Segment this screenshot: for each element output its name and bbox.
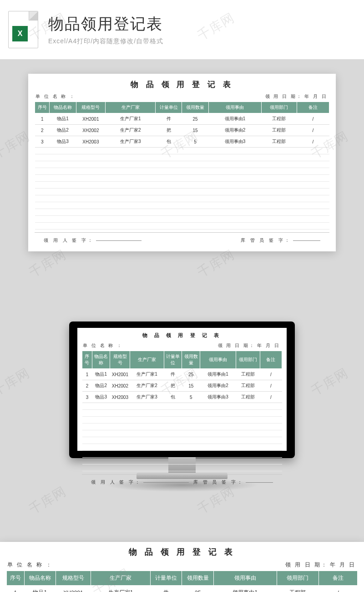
- table-row-empty: [82, 430, 282, 437]
- col-name: 物品名称: [92, 351, 110, 369]
- table-row-empty: [35, 182, 329, 189]
- cell-name: 物品1: [50, 113, 76, 125]
- col-note: 备注: [297, 102, 329, 113]
- table-row-empty: [82, 437, 282, 444]
- cell-model: XH2001: [76, 113, 106, 125]
- col-reason: 领用事由: [213, 571, 277, 586]
- cell-maker: 生产厂家1: [106, 113, 156, 125]
- cell-name: 物品3: [92, 392, 110, 403]
- table-row: 3物品3XH2003生产厂家3包5领用事由3工程部/: [82, 392, 282, 403]
- cell-reason: 领用事由2: [200, 380, 236, 392]
- sheet-title: 物 品 领 用 登 记 表: [6, 545, 358, 560]
- cell-maker: 生产厂家2: [130, 380, 164, 392]
- col-model: 规格型号: [110, 351, 130, 369]
- table-row: 2物品2XH2002生产厂家2把15领用事由2工程部/: [35, 125, 329, 136]
- col-dept: 领用部门: [277, 571, 319, 586]
- col-seq: 序号: [7, 571, 25, 586]
- receiver-sign-label: 领 用 人 签 字：: [91, 479, 189, 485]
- watermark: 千库网: [0, 364, 33, 400]
- unit-name-label: 单 位 名 称 ：: [35, 93, 76, 100]
- signature-row: 领 用 人 签 字：库 管 员 签 字：: [82, 474, 282, 485]
- cell-unit: 件: [164, 369, 182, 380]
- cell-dept: 工程部: [262, 136, 297, 148]
- cell-qty: 5: [182, 136, 208, 148]
- col-reason: 领用事由: [200, 351, 236, 369]
- table-row-empty: [82, 417, 282, 424]
- cell-maker: 生产厂家1: [91, 586, 151, 592]
- items-table: 序号物品名称规格型号生产厂家计量单位领用数量领用事由领用部门备注1物品1XH20…: [82, 351, 282, 471]
- watermark: 千库网: [308, 364, 352, 400]
- cell-dept: 工程部: [236, 380, 260, 392]
- hero-header: X 物品领用登记表 Excel/A4打印/内容随意修改/自带格式: [0, 0, 364, 59]
- cell-dept: 工程部: [262, 113, 297, 125]
- cell-seq: 3: [35, 136, 50, 148]
- table-row-empty: [35, 223, 329, 230]
- cell-reason: 领用事由2: [208, 125, 261, 136]
- cell-unit: 件: [156, 113, 182, 125]
- sheet-title: 物 品 领 用 登 记 表: [82, 331, 282, 342]
- table-row-empty: [35, 154, 329, 161]
- col-seq: 序号: [82, 351, 92, 369]
- table-row-empty: [35, 161, 329, 168]
- signature-row: 领 用 人 签 字：库 管 员 签 字：: [35, 232, 329, 244]
- cell-note: /: [297, 113, 329, 125]
- cell-qty: 5: [182, 392, 200, 403]
- cell-name: 物品1: [24, 586, 56, 592]
- cell-unit: 件: [151, 586, 182, 592]
- cell-model: XH2003: [76, 136, 106, 148]
- cell-qty: 25: [182, 369, 200, 380]
- cell-qty: 15: [182, 125, 208, 136]
- cell-maker: 生产厂家1: [130, 369, 164, 380]
- cell-model: XH2002: [110, 380, 130, 392]
- sheet-meta-row: 单 位 名 称 ：领 用 日 期：年月日: [82, 342, 282, 351]
- cell-seq: 1: [35, 113, 50, 125]
- cell-note: /: [297, 136, 329, 148]
- table-row: 3物品3XH2003生产厂家3包5领用事由3工程部/: [35, 136, 329, 148]
- cell-reason: 领用事由1: [213, 586, 277, 592]
- cell-maker: 生产厂家3: [106, 136, 156, 148]
- cell-unit: 把: [164, 380, 182, 392]
- excel-file-icon: X: [8, 11, 38, 48]
- cell-seq: 2: [35, 125, 50, 136]
- col-dept: 领用部门: [236, 351, 260, 369]
- table-row: 1物品1XH2001生产厂家1件25领用事由1工程部/: [82, 369, 282, 380]
- table-row: 2物品2XH2002生产厂家2把15领用事由2工程部/: [82, 380, 282, 392]
- cell-seq: 1: [7, 586, 25, 592]
- table-row-empty: [35, 202, 329, 209]
- table-row-empty: [35, 195, 329, 202]
- cell-reason: 领用事由1: [200, 369, 236, 380]
- table-row-empty: [82, 464, 282, 471]
- receiver-sign-label: 领 用 人 签 字：: [44, 237, 142, 244]
- excel-badge: X: [12, 26, 28, 41]
- cell-name: 物品3: [50, 136, 76, 148]
- cell-unit: 包: [164, 392, 182, 403]
- cell-qty: 25: [182, 113, 208, 125]
- col-maker: 生产厂家: [106, 102, 156, 113]
- col-qty: 领用数量: [182, 351, 200, 369]
- cell-maker: 生产厂家3: [130, 392, 164, 403]
- cell-dept: 工程部: [236, 369, 260, 380]
- table-row-empty: [82, 458, 282, 464]
- hero-title: 物品领用登记表: [48, 14, 163, 35]
- col-maker: 生产厂家: [130, 351, 164, 369]
- keeper-sign-label: 库 管 员 签 字：: [193, 479, 273, 485]
- table-row-empty: [35, 216, 329, 223]
- col-qty: 领用数量: [182, 571, 213, 586]
- cell-name: 物品2: [50, 125, 76, 136]
- table-row-empty: [35, 189, 329, 195]
- col-seq: 序号: [35, 102, 50, 113]
- col-note: 备注: [319, 571, 358, 586]
- sheet-preview-paper: 物 品 领 用 登 记 表单 位 名 称 ：领 用 日 期：年月日序号物品名称规…: [28, 74, 336, 251]
- cell-qty: 25: [182, 586, 213, 592]
- sheet-preview-monitor: 物 品 领 用 登 记 表单 位 名 称 ：领 用 日 期：年月日序号物品名称规…: [77, 328, 287, 451]
- sheet-meta-row: 单 位 名 称 ：领 用 日 期：年月日: [6, 560, 358, 571]
- sheet-meta-row: 单 位 名 称 ：领 用 日 期：年月日: [35, 92, 329, 102]
- cell-model: XH2001: [110, 369, 130, 380]
- table-row: 1物品1XH2001生产厂家1件25领用事由1工程部/: [7, 586, 358, 592]
- table-row-empty: [35, 209, 329, 216]
- table-row: 1物品1XH2001生产厂家1件25领用事由1工程部/: [35, 113, 329, 125]
- col-name: 物品名称: [50, 102, 76, 113]
- cell-seq: 1: [82, 369, 92, 380]
- col-reason: 领用事由: [208, 102, 261, 113]
- cell-note: /: [260, 369, 282, 380]
